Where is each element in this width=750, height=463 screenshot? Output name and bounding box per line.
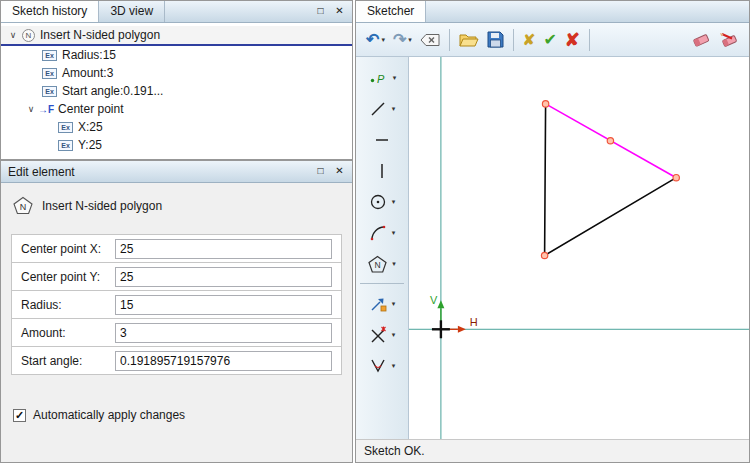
chevron-down-icon[interactable]: ▾ [392,362,396,370]
tree-item-x[interactable]: Ex X:25 [1,118,352,136]
save-button[interactable] [484,29,507,50]
window-controls: □ ✕ [311,1,352,22]
field-label: Amount: [21,326,66,340]
window-controls: □ ✕ [311,163,352,180]
vertex-marker[interactable] [541,252,547,258]
edit-element-titlebar: Edit element □ ✕ [1,161,352,183]
sketcher-tabbar: Sketcher [356,1,749,23]
backspace-button[interactable] [417,31,443,49]
field-label: Center point X: [21,242,101,256]
expression-icon: Ex [58,140,73,151]
backspace-icon [420,33,440,47]
chevron-down-icon[interactable]: ▾ [392,331,396,339]
chevron-down-icon[interactable]: ▾ [392,105,396,113]
chevron-down-icon[interactable]: ∨ [24,104,38,114]
eraser-button[interactable] [688,29,714,50]
validate-sketch-button[interactable]: ✔ [540,30,559,50]
circle-tool[interactable]: ▾ [358,187,406,216]
undo-button[interactable]: ↶ ▾ [363,30,388,50]
panel-title: Edit element [8,165,75,179]
tree-item-y[interactable]: Ex Y:25 [1,136,352,154]
chevron-down-icon[interactable]: ▾ [381,36,385,44]
history-tree: ∨ N Insert N-sided polygon Ex Radius:15 … [1,23,352,159]
sketch-history-panel: Sketch history 3D view □ ✕ ∨ N Insert N-… [0,0,353,160]
chevron-down-icon[interactable]: ▾ [392,198,396,206]
amount-input[interactable] [115,323,332,343]
vertex-marker[interactable] [673,174,679,180]
tree-item-insert-polygon[interactable]: ∨ N Insert N-sided polygon [1,26,352,46]
history-tabbar: Sketch history 3D view □ ✕ [1,1,352,23]
eraser-pencil-button[interactable] [716,29,742,50]
auto-apply-row[interactable]: ✓ Automatically apply changes [11,408,342,422]
horizontal-line-tool-icon [373,131,391,149]
auto-apply-label: Automatically apply changes [33,408,185,422]
chevron-down-icon[interactable]: ▾ [392,300,396,308]
vertex-marker[interactable] [542,101,548,107]
tree-item-radius[interactable]: Ex Radius:15 [1,46,352,64]
center-point-icon: →F [38,104,54,115]
polygon-tool[interactable]: N ▾ [358,249,406,278]
field-label: Start angle: [21,354,82,368]
close-button[interactable]: ✕ [330,3,349,20]
cancel-sketch-button[interactable]: ✘ [520,30,539,49]
redo-icon: ↷ [393,32,406,48]
tab-sketch-history[interactable]: Sketch history [1,1,99,22]
tree-item-center-point[interactable]: ∨ →F Center point [1,100,352,118]
status-text: Sketch OK. [364,444,425,458]
vertical-line-tool[interactable] [358,156,406,185]
trim-tool[interactable]: ▾ [358,320,406,349]
status-bar: Sketch OK. [356,439,749,462]
svg-text:N: N [375,260,381,270]
chevron-down-icon[interactable]: ▾ [408,36,412,44]
close-button[interactable]: ✕ [330,163,349,180]
delete-icon: ✘ [565,31,580,49]
redo-button[interactable]: ↷ ▾ [390,30,415,50]
toolbar-separator [449,29,450,51]
open-button[interactable] [456,30,482,50]
midpoint-marker[interactable] [607,138,613,144]
horizontal-line-tool[interactable] [358,125,406,154]
edit-element-body: N Insert N-sided polygon Center point X:… [1,183,352,422]
tab-3d-view[interactable]: 3D view [99,1,165,22]
sketch-canvas[interactable]: H V [409,57,749,439]
cancel-icon: ✘ [523,32,536,47]
chevron-down-icon[interactable]: ∨ [6,30,20,40]
tree-item-label: Y:25 [78,138,102,152]
sketcher-panel: Sketcher ↶ ▾ ↷ ▾ [355,0,750,463]
float-button[interactable]: □ [311,3,330,20]
chevron-down-icon[interactable]: ▾ [392,260,396,268]
line-tool[interactable]: ▾ [358,94,406,123]
undo-icon: ↶ [366,32,379,48]
radius-input[interactable] [115,295,332,315]
arc-tool[interactable]: ▾ [358,218,406,247]
circle-tool-icon [369,193,387,211]
v-axis-label: V [430,294,438,306]
edit-header-label: Insert N-sided polygon [42,199,162,213]
checkbox-icon[interactable]: ✓ [13,409,26,422]
toolbar-separator [513,29,514,51]
svg-text:P: P [377,73,385,85]
sketch-drawing: H V [409,57,749,439]
center-y-input[interactable] [115,267,332,287]
polygon-icon: N [13,196,33,215]
start-angle-input[interactable] [115,351,332,371]
edit-header: N Insert N-sided polygon [13,196,342,215]
float-button[interactable]: □ [311,163,330,180]
delete-sketch-button[interactable]: ✘ [562,29,583,51]
fillet-tool[interactable]: ▾ [358,351,406,380]
field-row-center-y: Center point Y: [11,262,342,291]
app-window: Sketch history 3D view □ ✕ ∨ N Insert N-… [0,0,750,463]
chevron-down-icon[interactable]: ▾ [392,229,396,237]
point-tool[interactable]: P ▾ [358,63,406,92]
tree-item-amount[interactable]: Ex Amount:3 [1,64,352,82]
center-x-input[interactable] [115,239,332,259]
polygon-edges[interactable] [545,104,677,256]
eraser-icon [691,31,711,48]
expression-icon: Ex [42,68,57,79]
transform-tool[interactable]: ▾ [358,289,406,318]
tree-item-start-angle[interactable]: Ex Start angle:0.191... [1,82,352,100]
polygon-form: Center point X: Center point Y: Radius: … [11,234,342,375]
expression-icon: Ex [58,122,73,133]
tab-sketcher[interactable]: Sketcher [356,1,426,22]
chevron-down-icon[interactable]: ▾ [393,74,397,82]
